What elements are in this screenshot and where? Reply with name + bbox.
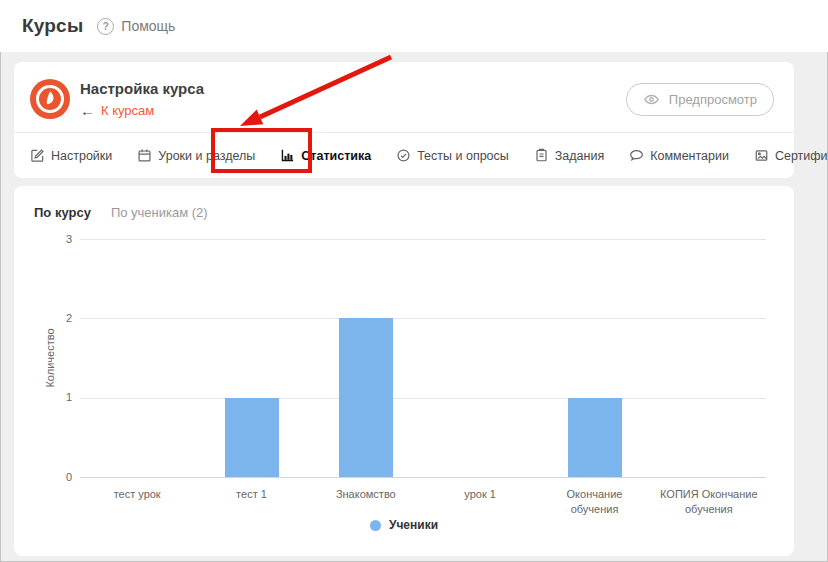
tab-label: Задания — [555, 149, 604, 163]
stats-tabs: По курсу По ученикам (2) — [14, 186, 794, 225]
y-tick-label: 3 — [28, 233, 72, 245]
x-axis-line — [80, 477, 766, 478]
x-category-label: тест 1 — [198, 487, 304, 502]
tab-comments[interactable]: Комментарии — [629, 148, 729, 163]
tab-tests[interactable]: Тесты и опросы — [396, 148, 509, 163]
back-link-label: К курсам — [101, 103, 154, 118]
gridline — [80, 239, 766, 240]
tab-label: Сертификаты — [775, 149, 828, 163]
chart-bar[interactable] — [568, 398, 622, 477]
y-tick-label: 1 — [28, 391, 72, 403]
tab-label: Уроки и разделы — [158, 149, 255, 163]
page-title: Курсы — [22, 15, 83, 37]
y-tick-label: 0 — [28, 471, 72, 483]
chart-bar[interactable] — [339, 318, 393, 477]
help-label: Помощь — [121, 18, 175, 34]
y-tick-label: 2 — [28, 312, 72, 324]
tab-certificates[interactable]: Сертификаты — [754, 148, 828, 163]
x-category-label: урок 1 — [427, 487, 533, 502]
x-category-label: Знакомство — [313, 487, 419, 502]
tab-label: Тесты и опросы — [417, 149, 509, 163]
preview-button-label: Предпросмотр — [669, 92, 757, 107]
check-circle-icon — [396, 148, 411, 163]
x-category-label: Окончание обучения — [541, 487, 647, 517]
tab-lessons[interactable]: Уроки и разделы — [137, 148, 255, 163]
course-meta: Настройка курса ← К курсам — [80, 80, 626, 118]
course-settings-card: Настройка курса ← К курсам Предпросмотр — [14, 62, 794, 178]
x-category-label: КОПИЯ Окончание обучения — [656, 487, 762, 517]
tab-label: Настройки — [51, 149, 112, 163]
preview-button[interactable]: Предпросмотр — [626, 83, 774, 116]
chart-bar[interactable] — [225, 398, 279, 477]
course-tabs-bar: Настройки Уроки и разделы Статистика — [14, 132, 794, 178]
tab-settings[interactable]: Настройки — [30, 148, 112, 163]
top-bar: Курсы ? Помощь — [0, 0, 828, 52]
back-to-courses-link[interactable]: ← К курсам — [80, 103, 626, 118]
eye-icon — [643, 91, 660, 108]
tab-statistics[interactable]: Статистика — [280, 148, 371, 163]
legend-label: Ученики — [389, 518, 438, 532]
bar-chart: Ученики Highcharts.com 0123тест уроктест… — [14, 225, 794, 555]
y-axis-title: Количество — [44, 328, 56, 387]
bar-chart-icon — [280, 148, 295, 163]
calendar-icon — [137, 148, 152, 163]
x-category-label: тест урок — [84, 487, 190, 502]
stats-tab-by-course[interactable]: По курсу — [34, 205, 91, 225]
course-logo-icon — [30, 79, 70, 119]
help-button[interactable]: ? Помощь — [97, 18, 175, 35]
left-arrow-icon: ← — [80, 103, 95, 118]
clipboard-icon — [534, 148, 549, 163]
course-title: Настройка курса — [80, 80, 626, 97]
statistics-card: По курсу По ученикам (2) Ученики Highcha… — [14, 186, 794, 556]
gridline — [80, 318, 766, 319]
tab-assignments[interactable]: Задания — [534, 148, 604, 163]
chart-legend[interactable]: Ученики — [14, 518, 794, 532]
legend-dot-icon — [370, 520, 381, 531]
stats-tab-by-students[interactable]: По ученикам (2) — [111, 205, 208, 225]
edit-icon — [30, 148, 45, 163]
comments-icon — [629, 148, 644, 163]
certificate-icon — [754, 148, 769, 163]
course-header: Настройка курса ← К курсам Предпросмотр — [14, 62, 794, 132]
question-circle-icon: ? — [97, 18, 114, 35]
gridline — [80, 398, 766, 399]
content-area: Настройка курса ← К курсам Предпросмотр — [0, 52, 828, 556]
tab-label: Статистика — [301, 149, 371, 163]
tab-label: Комментарии — [650, 149, 729, 163]
